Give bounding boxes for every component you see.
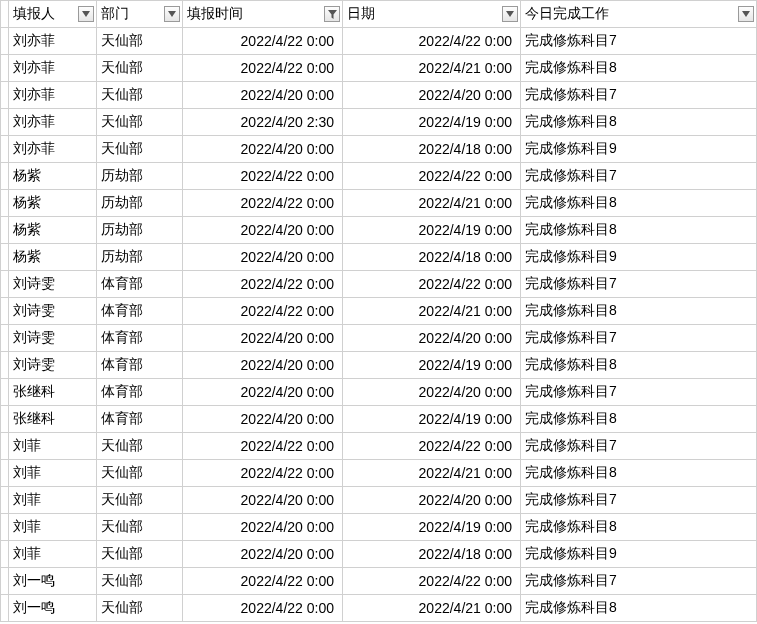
cell-time[interactable]: 2022/4/22 0:00 bbox=[183, 163, 343, 190]
cell-work[interactable]: 完成修炼科目8 bbox=[521, 55, 757, 82]
cell-date[interactable]: 2022/4/21 0:00 bbox=[343, 190, 521, 217]
cell-name[interactable]: 刘一鸣 bbox=[9, 595, 97, 622]
row-stub[interactable] bbox=[1, 244, 9, 271]
cell-time[interactable]: 2022/4/22 0:00 bbox=[183, 271, 343, 298]
cell-time[interactable]: 2022/4/20 0:00 bbox=[183, 514, 343, 541]
row-stub[interactable] bbox=[1, 379, 9, 406]
cell-time[interactable]: 2022/4/20 0:00 bbox=[183, 136, 343, 163]
row-stub[interactable] bbox=[1, 298, 9, 325]
cell-time[interactable]: 2022/4/22 0:00 bbox=[183, 595, 343, 622]
row-stub[interactable] bbox=[1, 433, 9, 460]
cell-dept[interactable]: 体育部 bbox=[97, 406, 183, 433]
cell-time[interactable]: 2022/4/20 0:00 bbox=[183, 541, 343, 568]
cell-dept[interactable]: 体育部 bbox=[97, 271, 183, 298]
cell-dept[interactable]: 历劫部 bbox=[97, 163, 183, 190]
cell-work[interactable]: 完成修炼科目7 bbox=[521, 82, 757, 109]
cell-dept[interactable]: 天仙部 bbox=[97, 487, 183, 514]
cell-time[interactable]: 2022/4/20 0:00 bbox=[183, 244, 343, 271]
cell-time[interactable]: 2022/4/20 0:00 bbox=[183, 82, 343, 109]
filter-button-work[interactable] bbox=[738, 6, 754, 22]
cell-dept[interactable]: 体育部 bbox=[97, 352, 183, 379]
cell-time[interactable]: 2022/4/22 0:00 bbox=[183, 568, 343, 595]
cell-name[interactable]: 刘一鸣 bbox=[9, 568, 97, 595]
cell-date[interactable]: 2022/4/20 0:00 bbox=[343, 487, 521, 514]
cell-date[interactable]: 2022/4/18 0:00 bbox=[343, 244, 521, 271]
cell-date[interactable]: 2022/4/21 0:00 bbox=[343, 595, 521, 622]
cell-date[interactable]: 2022/4/20 0:00 bbox=[343, 325, 521, 352]
cell-time[interactable]: 2022/4/20 2:30 bbox=[183, 109, 343, 136]
cell-date[interactable]: 2022/4/21 0:00 bbox=[343, 460, 521, 487]
cell-date[interactable]: 2022/4/19 0:00 bbox=[343, 352, 521, 379]
cell-dept[interactable]: 历劫部 bbox=[97, 244, 183, 271]
cell-dept[interactable]: 天仙部 bbox=[97, 136, 183, 163]
cell-dept[interactable]: 天仙部 bbox=[97, 55, 183, 82]
cell-name[interactable]: 张继科 bbox=[9, 406, 97, 433]
row-stub[interactable] bbox=[1, 82, 9, 109]
cell-time[interactable]: 2022/4/20 0:00 bbox=[183, 487, 343, 514]
cell-date[interactable]: 2022/4/20 0:00 bbox=[343, 379, 521, 406]
cell-work[interactable]: 完成修炼科目8 bbox=[521, 109, 757, 136]
cell-date[interactable]: 2022/4/22 0:00 bbox=[343, 568, 521, 595]
cell-work[interactable]: 完成修炼科目8 bbox=[521, 298, 757, 325]
cell-date[interactable]: 2022/4/18 0:00 bbox=[343, 541, 521, 568]
cell-time[interactable]: 2022/4/20 0:00 bbox=[183, 379, 343, 406]
cell-dept[interactable]: 天仙部 bbox=[97, 595, 183, 622]
cell-dept[interactable]: 体育部 bbox=[97, 298, 183, 325]
cell-name[interactable]: 刘亦菲 bbox=[9, 136, 97, 163]
cell-date[interactable]: 2022/4/22 0:00 bbox=[343, 271, 521, 298]
cell-work[interactable]: 完成修炼科目9 bbox=[521, 136, 757, 163]
row-stub[interactable] bbox=[1, 109, 9, 136]
cell-date[interactable]: 2022/4/22 0:00 bbox=[343, 433, 521, 460]
cell-dept[interactable]: 历劫部 bbox=[97, 217, 183, 244]
cell-work[interactable]: 完成修炼科目9 bbox=[521, 541, 757, 568]
cell-name[interactable]: 杨紫 bbox=[9, 217, 97, 244]
row-stub[interactable] bbox=[1, 136, 9, 163]
cell-name[interactable]: 刘亦菲 bbox=[9, 28, 97, 55]
row-stub[interactable] bbox=[1, 217, 9, 244]
cell-name[interactable]: 杨紫 bbox=[9, 163, 97, 190]
cell-dept[interactable]: 体育部 bbox=[97, 325, 183, 352]
cell-work[interactable]: 完成修炼科目7 bbox=[521, 487, 757, 514]
header-dept[interactable]: 部门 bbox=[97, 1, 183, 28]
cell-name[interactable]: 张继科 bbox=[9, 379, 97, 406]
cell-name[interactable]: 刘菲 bbox=[9, 514, 97, 541]
cell-dept[interactable]: 天仙部 bbox=[97, 460, 183, 487]
row-stub[interactable] bbox=[1, 595, 9, 622]
cell-time[interactable]: 2022/4/22 0:00 bbox=[183, 298, 343, 325]
row-stub[interactable] bbox=[1, 163, 9, 190]
cell-work[interactable]: 完成修炼科目7 bbox=[521, 433, 757, 460]
cell-work[interactable]: 完成修炼科目8 bbox=[521, 406, 757, 433]
cell-date[interactable]: 2022/4/19 0:00 bbox=[343, 217, 521, 244]
cell-dept[interactable]: 天仙部 bbox=[97, 541, 183, 568]
row-stub[interactable] bbox=[1, 568, 9, 595]
cell-time[interactable]: 2022/4/20 0:00 bbox=[183, 352, 343, 379]
cell-date[interactable]: 2022/4/22 0:00 bbox=[343, 163, 521, 190]
filter-button-dept[interactable] bbox=[164, 6, 180, 22]
cell-date[interactable]: 2022/4/21 0:00 bbox=[343, 55, 521, 82]
cell-name[interactable]: 刘诗雯 bbox=[9, 352, 97, 379]
cell-time[interactable]: 2022/4/22 0:00 bbox=[183, 55, 343, 82]
cell-dept[interactable]: 天仙部 bbox=[97, 28, 183, 55]
cell-work[interactable]: 完成修炼科目8 bbox=[521, 460, 757, 487]
filter-button-name[interactable] bbox=[78, 6, 94, 22]
cell-work[interactable]: 完成修炼科目7 bbox=[521, 271, 757, 298]
cell-name[interactable]: 刘亦菲 bbox=[9, 82, 97, 109]
cell-date[interactable]: 2022/4/20 0:00 bbox=[343, 82, 521, 109]
cell-work[interactable]: 完成修炼科目8 bbox=[521, 217, 757, 244]
cell-work[interactable]: 完成修炼科目7 bbox=[521, 28, 757, 55]
cell-work[interactable]: 完成修炼科目8 bbox=[521, 514, 757, 541]
cell-date[interactable]: 2022/4/19 0:00 bbox=[343, 109, 521, 136]
cell-dept[interactable]: 历劫部 bbox=[97, 190, 183, 217]
row-stub[interactable] bbox=[1, 541, 9, 568]
cell-date[interactable]: 2022/4/22 0:00 bbox=[343, 28, 521, 55]
cell-work[interactable]: 完成修炼科目7 bbox=[521, 163, 757, 190]
cell-dept[interactable]: 天仙部 bbox=[97, 82, 183, 109]
cell-time[interactable]: 2022/4/22 0:00 bbox=[183, 28, 343, 55]
header-work[interactable]: 今日完成工作 bbox=[521, 1, 757, 28]
filter-button-time[interactable] bbox=[324, 6, 340, 22]
header-date[interactable]: 日期 bbox=[343, 1, 521, 28]
cell-dept[interactable]: 体育部 bbox=[97, 379, 183, 406]
cell-dept[interactable]: 天仙部 bbox=[97, 514, 183, 541]
cell-dept[interactable]: 天仙部 bbox=[97, 433, 183, 460]
filter-button-date[interactable] bbox=[502, 6, 518, 22]
